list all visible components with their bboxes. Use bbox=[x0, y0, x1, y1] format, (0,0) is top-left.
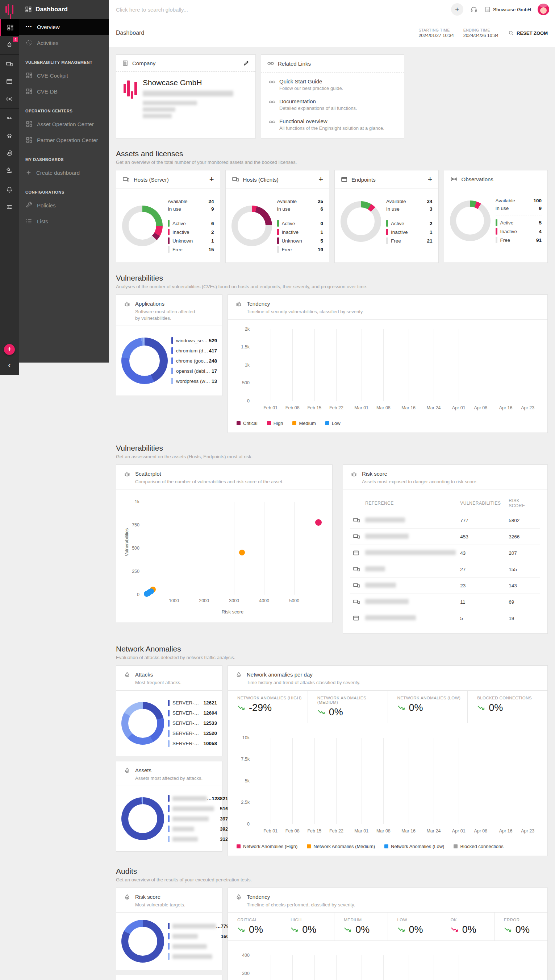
risk-table-row[interactable]: 453 3266 bbox=[350, 529, 540, 545]
collapse-sidebar-button[interactable]: ‹ bbox=[0, 361, 19, 370]
scatter-y-axis-label: Vulnerabilities bbox=[124, 528, 129, 556]
sidebar-title: Dashboard bbox=[19, 0, 109, 19]
stat-low: LOW0% bbox=[388, 912, 441, 940]
stat-error: ERROR0% bbox=[494, 912, 547, 940]
network-anomalies-chart[interactable]: 02.5k5k7.5k10k bbox=[253, 738, 539, 824]
bell-icon bbox=[6, 186, 13, 193]
scatter-point[interactable] bbox=[239, 550, 245, 555]
sidebar-item-create-dashboard[interactable]: Create dashboard bbox=[19, 164, 109, 180]
logo-bar bbox=[12, 5, 13, 14]
dots-icon: ••• bbox=[26, 24, 33, 29]
global-search-input[interactable] bbox=[116, 6, 451, 13]
flame-icon bbox=[124, 894, 131, 908]
license-donut-chart[interactable] bbox=[340, 201, 381, 242]
rail-item-dashboard[interactable] bbox=[0, 19, 19, 36]
legend-row: 312 bbox=[168, 834, 228, 844]
branch-arrow-icon bbox=[6, 114, 13, 122]
license-donut-chart[interactable] bbox=[231, 206, 272, 246]
col-vulnerabilities: VULNERABILITIES bbox=[458, 493, 507, 512]
sidebar-item-cve-cockpit[interactable]: CVE-Cockpit bbox=[19, 68, 109, 84]
rail-item-intrusion[interactable] bbox=[0, 127, 19, 144]
microscope-icon bbox=[6, 167, 13, 174]
risk-table-row[interactable]: 43 207 bbox=[350, 545, 540, 561]
topbar-add-button[interactable]: + bbox=[451, 3, 464, 16]
vuln-tendency-chart[interactable]: 05001k1.5k2k bbox=[253, 329, 539, 401]
legend-row: chrome (goo…248 bbox=[172, 356, 217, 366]
sidebar-section-label: VULNERABILITY MANAGEMENT bbox=[19, 51, 109, 68]
company-card-title: Company bbox=[132, 60, 156, 66]
legend-row: SERVER-…12621 bbox=[168, 698, 217, 708]
rail-item-analysis[interactable] bbox=[0, 162, 19, 179]
legend-row-inactive: Inactive1 bbox=[386, 228, 433, 237]
related-links-card: Related Links Quick Start GuideFollow ou… bbox=[261, 55, 404, 138]
vuln-tendency-subtitle: Timeline of security vulnerabilities, cl… bbox=[247, 309, 364, 315]
rail-divider bbox=[0, 108, 19, 109]
rail-item-alerts[interactable]: 4 bbox=[0, 36, 19, 54]
related-link-documentation[interactable]: DocumentationDetailed explanations of al… bbox=[261, 95, 404, 114]
license-donut-chart[interactable] bbox=[450, 201, 491, 241]
add-asset-button[interactable]: + bbox=[209, 175, 214, 183]
sliders-icon bbox=[6, 203, 13, 211]
risk-table-row[interactable]: 777 5802 bbox=[350, 512, 540, 529]
audit-risk-donut-chart[interactable] bbox=[121, 920, 164, 962]
company-address-redacted bbox=[143, 107, 175, 112]
rail-item-notifications[interactable] bbox=[0, 181, 19, 198]
scatter-point[interactable] bbox=[315, 519, 322, 526]
flame-icon bbox=[6, 41, 13, 48]
attacks-donut-chart[interactable] bbox=[121, 702, 164, 745]
sidebar-item-cve-db[interactable]: CVE-DB bbox=[19, 84, 109, 99]
endpoint-icon bbox=[340, 176, 348, 183]
scatter-chart[interactable]: 02505007501k bbox=[144, 502, 321, 595]
license-donut-chart[interactable] bbox=[122, 206, 163, 246]
reference-redacted bbox=[365, 599, 409, 604]
rail-item-penetration[interactable] bbox=[0, 109, 19, 127]
rail-item-hosts[interactable] bbox=[0, 55, 19, 73]
sidebar-item-overview[interactable]: •••Overview bbox=[19, 19, 109, 35]
audit-tendency-chart[interactable]: 0100200300400 bbox=[253, 955, 539, 980]
add-asset-button[interactable]: + bbox=[428, 175, 433, 183]
license-card-title: Hosts (Clients) bbox=[243, 177, 279, 183]
support-icon[interactable] bbox=[470, 5, 478, 13]
company-switcher[interactable]: Showcase GmbH bbox=[484, 6, 531, 13]
legend-row-free: Free21 bbox=[386, 237, 433, 245]
reset-zoom-button[interactable]: RESET ZOOM bbox=[508, 30, 548, 36]
applications-donut-chart[interactable] bbox=[121, 338, 168, 384]
attacked-assets-donut-chart[interactable] bbox=[121, 797, 164, 840]
rail-item-targets[interactable] bbox=[0, 144, 19, 162]
stat-high: HIGH0% bbox=[281, 912, 334, 940]
risk-table-row[interactable]: 11 69 bbox=[350, 594, 540, 610]
sidebar-item-partner-operation-center[interactable]: Partner Operation Center bbox=[19, 132, 109, 148]
rail-item-observations[interactable] bbox=[0, 90, 19, 108]
app-logo[interactable] bbox=[0, 0, 19, 19]
audit-tendency-title: Tendency bbox=[247, 894, 355, 900]
sidebar-item-asset-operation-center[interactable]: Asset Operation Center bbox=[19, 116, 109, 132]
risk-table-row[interactable]: 27 155 bbox=[350, 561, 540, 578]
add-fab-button[interactable]: + bbox=[4, 344, 15, 355]
edit-company-button[interactable] bbox=[243, 60, 250, 66]
related-link-functional-overview[interactable]: Functional overviewAll functions of the … bbox=[261, 114, 404, 135]
devices-icon bbox=[5, 61, 13, 68]
vuln-tendency-title: Tendency bbox=[247, 301, 364, 307]
legend-row: 397 bbox=[168, 814, 228, 824]
legend-row: 0 bbox=[168, 941, 232, 951]
applications-subtitle: Software most often affected by vulnerab… bbox=[135, 309, 197, 321]
sidebar-item-policies[interactable]: Policies bbox=[19, 197, 109, 213]
company-address-redacted bbox=[143, 91, 233, 97]
ending-time[interactable]: ENDING TIME 2024/04/26 10:34 bbox=[464, 28, 499, 38]
risk-table-row[interactable]: 23 143 bbox=[350, 578, 540, 594]
logo-bar bbox=[124, 84, 126, 93]
add-asset-button[interactable]: + bbox=[318, 175, 323, 183]
sidebar-item-activities[interactable]: Activities bbox=[19, 35, 109, 51]
stat-network-anomalies-low-: NETWORK ANOMALIES (LOW)0% bbox=[388, 691, 468, 723]
risk-table-row[interactable]: 5 19 bbox=[350, 610, 540, 626]
related-link-quick-start-guide[interactable]: Quick Start GuideFollow our best practic… bbox=[261, 75, 404, 95]
vuln-tendency-card: Tendency Timeline of security vulnerabil… bbox=[228, 294, 548, 433]
starting-time[interactable]: STARTING TIME 2024/01/27 10:34 bbox=[419, 28, 454, 38]
scatter-point[interactable] bbox=[144, 591, 150, 597]
sidebar-item-lists[interactable]: Lists bbox=[19, 213, 109, 229]
rail-item-endpoints[interactable] bbox=[0, 73, 19, 90]
avatar[interactable] bbox=[537, 4, 549, 15]
license-card-title: Endpoints bbox=[351, 177, 376, 183]
severity-card: Severity Number of checks performed per … bbox=[116, 975, 223, 980]
rail-item-settings[interactable] bbox=[0, 198, 19, 216]
